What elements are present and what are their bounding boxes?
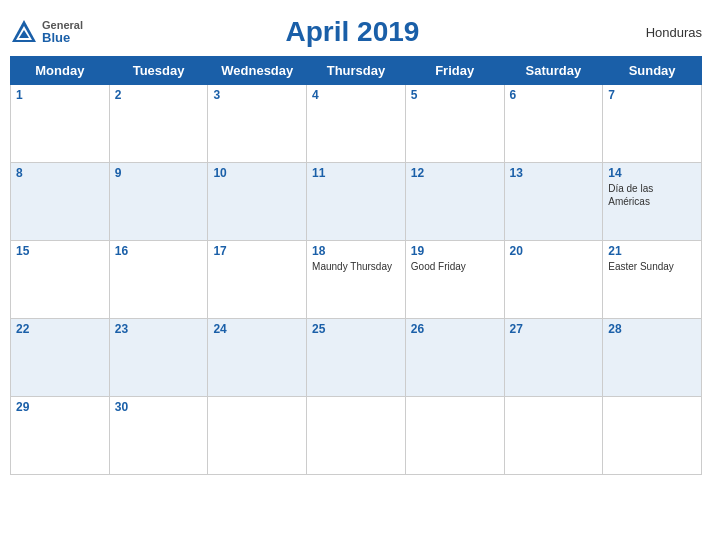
day-number: 6 — [510, 88, 598, 102]
day-number: 4 — [312, 88, 400, 102]
calendar-table: Monday Tuesday Wednesday Thursday Friday… — [10, 56, 702, 475]
day-number: 10 — [213, 166, 301, 180]
weekday-tuesday: Tuesday — [109, 57, 208, 85]
day-number: 3 — [213, 88, 301, 102]
calendar-title: April 2019 — [83, 16, 622, 48]
day-number: 15 — [16, 244, 104, 258]
holiday-name: Maundy Thursday — [312, 260, 400, 273]
country-name: Honduras — [622, 25, 702, 40]
calendar-cell: 27 — [504, 319, 603, 397]
day-number: 7 — [608, 88, 696, 102]
calendar-cell: 21Easter Sunday — [603, 241, 702, 319]
calendar-cell: 11 — [307, 163, 406, 241]
day-number: 27 — [510, 322, 598, 336]
logo-text: General Blue — [42, 20, 83, 44]
day-number: 21 — [608, 244, 696, 258]
calendar-cell: 12 — [405, 163, 504, 241]
calendar-cell: 17 — [208, 241, 307, 319]
calendar-cell: 26 — [405, 319, 504, 397]
day-number: 20 — [510, 244, 598, 258]
calendar-cell — [307, 397, 406, 475]
calendar-cell — [504, 397, 603, 475]
day-number: 13 — [510, 166, 598, 180]
calendar-cell: 9 — [109, 163, 208, 241]
day-number: 12 — [411, 166, 499, 180]
calendar-cell: 25 — [307, 319, 406, 397]
calendar-cell: 10 — [208, 163, 307, 241]
logo-blue-text: Blue — [42, 31, 83, 44]
calendar-cell: 16 — [109, 241, 208, 319]
day-number: 19 — [411, 244, 499, 258]
calendar-cell: 22 — [11, 319, 110, 397]
calendar-cell: 15 — [11, 241, 110, 319]
weekday-saturday: Saturday — [504, 57, 603, 85]
calendar-cell: 23 — [109, 319, 208, 397]
calendar-cell: 20 — [504, 241, 603, 319]
calendar-cell: 18Maundy Thursday — [307, 241, 406, 319]
calendar-cell: 8 — [11, 163, 110, 241]
calendar-cell: 6 — [504, 85, 603, 163]
calendar-container: General Blue April 2019 Honduras Monday … — [10, 10, 702, 475]
day-number: 17 — [213, 244, 301, 258]
day-number: 16 — [115, 244, 203, 258]
day-number: 30 — [115, 400, 203, 414]
day-number: 23 — [115, 322, 203, 336]
weekday-sunday: Sunday — [603, 57, 702, 85]
calendar-header-row: Monday Tuesday Wednesday Thursday Friday… — [11, 57, 702, 85]
calendar-cell: 28 — [603, 319, 702, 397]
calendar-body: 1234567891011121314Día de las Américas15… — [11, 85, 702, 475]
holiday-name: Easter Sunday — [608, 260, 696, 273]
calendar-cell: 13 — [504, 163, 603, 241]
day-number: 9 — [115, 166, 203, 180]
calendar-cell — [208, 397, 307, 475]
day-number: 11 — [312, 166, 400, 180]
logo: General Blue — [10, 18, 83, 46]
day-number: 14 — [608, 166, 696, 180]
day-number: 26 — [411, 322, 499, 336]
calendar-cell: 2 — [109, 85, 208, 163]
day-number: 22 — [16, 322, 104, 336]
calendar-cell: 24 — [208, 319, 307, 397]
calendar-cell: 7 — [603, 85, 702, 163]
calendar-cell — [405, 397, 504, 475]
day-number: 28 — [608, 322, 696, 336]
day-number: 29 — [16, 400, 104, 414]
day-number: 1 — [16, 88, 104, 102]
weekday-thursday: Thursday — [307, 57, 406, 85]
weekday-friday: Friday — [405, 57, 504, 85]
holiday-name: Good Friday — [411, 260, 499, 273]
weekday-wednesday: Wednesday — [208, 57, 307, 85]
calendar-header: General Blue April 2019 Honduras — [10, 10, 702, 50]
day-number: 25 — [312, 322, 400, 336]
calendar-cell: 3 — [208, 85, 307, 163]
calendar-cell: 29 — [11, 397, 110, 475]
weekday-monday: Monday — [11, 57, 110, 85]
calendar-cell: 14Día de las Américas — [603, 163, 702, 241]
day-number: 2 — [115, 88, 203, 102]
day-number: 8 — [16, 166, 104, 180]
logo-icon — [10, 18, 38, 46]
day-number: 18 — [312, 244, 400, 258]
calendar-cell — [603, 397, 702, 475]
day-number: 24 — [213, 322, 301, 336]
holiday-name: Día de las Américas — [608, 182, 696, 208]
day-number: 5 — [411, 88, 499, 102]
calendar-cell: 1 — [11, 85, 110, 163]
calendar-cell: 4 — [307, 85, 406, 163]
calendar-cell: 30 — [109, 397, 208, 475]
calendar-cell: 19Good Friday — [405, 241, 504, 319]
calendar-cell: 5 — [405, 85, 504, 163]
